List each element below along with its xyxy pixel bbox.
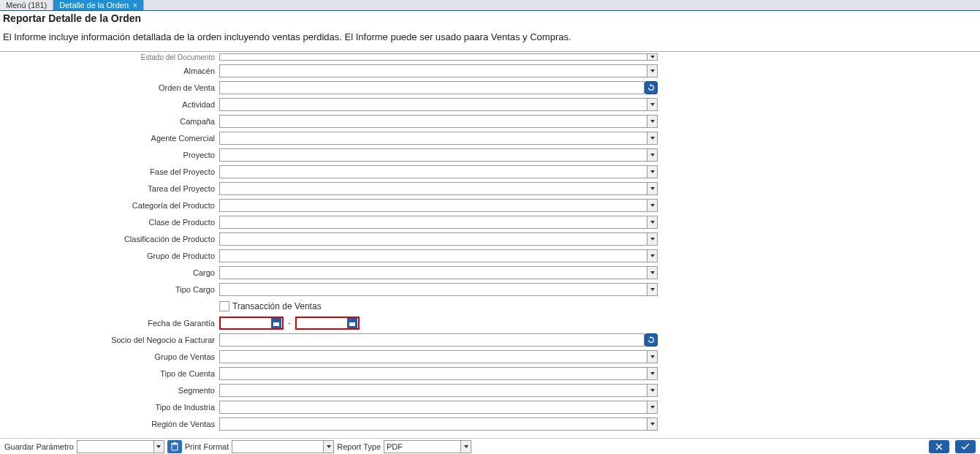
chevron-down-icon — [460, 441, 471, 453]
input-estado-documento[interactable] — [219, 53, 647, 61]
dropdown-agente-comercial[interactable] — [647, 132, 658, 145]
refresh-socio-facturar-button[interactable] — [645, 333, 658, 347]
input-socio-facturar[interactable] — [219, 333, 645, 347]
label-orden-venta: Orden de Venta — [0, 83, 219, 92]
page-header: Reportar Detalle de la Orden — [0, 11, 980, 24]
page-title: Reportar Detalle de la Orden — [3, 12, 977, 24]
input-campana[interactable] — [219, 115, 647, 128]
footer-bar: Guardar Parámetro Print Format Report Ty… — [0, 438, 980, 454]
tab-detalle-orden[interactable]: Detalle de la Orden × — [53, 0, 144, 10]
dropdown-grupo-ventas[interactable] — [647, 350, 658, 363]
close-icon — [935, 442, 943, 451]
input-grupo-ventas[interactable] — [219, 350, 647, 363]
form-scroll-area[interactable]: Estado del Documento Almacén Orden de Ve… — [0, 51, 980, 438]
input-tipo-cargo[interactable] — [219, 283, 647, 296]
tab-detalle-label: Detalle de la Orden — [59, 1, 129, 10]
label-estado-documento: Estado del Documento — [0, 53, 219, 61]
label-categoria-producto: Categoría del Producto — [0, 201, 219, 210]
label-tipo-cuenta: Tipo de Cuenta — [0, 369, 219, 378]
cancel-button[interactable] — [929, 440, 949, 453]
dropdown-actividad[interactable] — [647, 98, 658, 111]
select-report-type[interactable]: PDF — [384, 440, 471, 453]
label-fase-proyecto: Fase del Proyecto — [0, 167, 219, 176]
label-tipo-industria: Tipo de Industria — [0, 403, 219, 412]
label-tipo-cargo: Tipo Cargo — [0, 285, 219, 294]
input-clasificacion-producto[interactable] — [219, 232, 647, 246]
tab-menu-label: Menú (181) — [6, 1, 47, 10]
dropdown-tipo-industria[interactable] — [647, 401, 658, 414]
label-tarea-proyecto: Tarea del Proyecto — [0, 184, 219, 193]
dropdown-categoria-producto[interactable] — [647, 199, 658, 212]
input-actividad[interactable] — [219, 98, 647, 111]
label-agente-comercial: Agente Comercial — [0, 134, 219, 143]
delete-parametro-button[interactable] — [167, 440, 182, 453]
label-grupo-ventas: Grupo de Ventas — [0, 352, 219, 361]
date-range-separator: - — [288, 318, 291, 328]
input-segmento[interactable] — [219, 384, 647, 397]
label-actividad: Actividad — [0, 100, 219, 109]
dropdown-almacen[interactable] — [647, 64, 658, 77]
calendar-icon[interactable] — [347, 318, 357, 328]
label-print-format: Print Format — [185, 442, 229, 451]
tab-bar: Menú (181) Detalle de la Orden × — [0, 0, 980, 11]
dropdown-campana[interactable] — [647, 115, 658, 128]
refresh-icon — [647, 336, 655, 344]
confirm-button[interactable] — [955, 440, 976, 453]
dropdown-tipo-cargo[interactable] — [647, 283, 658, 296]
input-tipo-cuenta[interactable] — [219, 367, 647, 380]
calendar-icon[interactable] — [271, 318, 281, 328]
label-fecha-garantia: Fecha de Garantía — [0, 319, 219, 328]
input-fase-proyecto[interactable] — [219, 165, 647, 178]
label-campana: Campaña — [0, 117, 219, 126]
label-clase-producto: Clase de Producto — [0, 218, 219, 227]
label-segmento: Segmento — [0, 386, 219, 395]
input-orden-venta[interactable] — [219, 81, 645, 94]
select-report-type-value: PDF — [384, 442, 460, 451]
input-fecha-garantia-desde[interactable] — [219, 317, 284, 330]
input-tipo-industria[interactable] — [219, 401, 647, 414]
input-proyecto[interactable] — [219, 148, 647, 162]
input-clase-producto[interactable] — [219, 216, 647, 229]
dropdown-estado-documento[interactable] — [647, 53, 658, 61]
svg-rect-6 — [173, 442, 176, 444]
label-report-type: Report Type — [337, 442, 381, 451]
label-grupo-producto: Grupo de Producto — [0, 251, 219, 260]
trash-icon — [171, 442, 178, 451]
dropdown-fase-proyecto[interactable] — [647, 165, 658, 178]
label-socio-facturar: Socio del Negocio a Facturar — [0, 336, 219, 344]
dropdown-tipo-cuenta[interactable] — [647, 367, 658, 380]
label-clasificacion-producto: Clasificación de Producto — [0, 235, 219, 243]
input-categoria-producto[interactable] — [219, 199, 647, 212]
label-almacen: Almacén — [0, 67, 219, 75]
tab-menu[interactable]: Menú (181) — [0, 0, 53, 10]
dropdown-region-ventas[interactable] — [647, 417, 658, 431]
chevron-down-icon — [323, 441, 333, 453]
input-tarea-proyecto[interactable] — [219, 182, 647, 195]
refresh-orden-venta-button[interactable] — [645, 81, 658, 94]
check-icon — [960, 442, 970, 451]
select-guardar-parametro[interactable] — [77, 440, 164, 453]
select-print-format[interactable] — [232, 440, 334, 453]
svg-rect-4 — [172, 444, 178, 450]
input-fecha-garantia-hasta[interactable] — [295, 317, 360, 330]
dropdown-proyecto[interactable] — [647, 148, 658, 162]
label-proyecto: Proyecto — [0, 151, 219, 159]
dropdown-tarea-proyecto[interactable] — [647, 182, 658, 195]
dropdown-segmento[interactable] — [647, 384, 658, 397]
dropdown-cargo[interactable] — [647, 266, 658, 279]
label-guardar-parametro: Guardar Parámetro — [4, 442, 74, 451]
input-almacen[interactable] — [219, 64, 647, 77]
dropdown-grupo-producto[interactable] — [647, 249, 658, 262]
input-region-ventas[interactable] — [219, 417, 647, 431]
input-grupo-producto[interactable] — [219, 249, 647, 262]
refresh-icon — [647, 84, 655, 91]
report-form: Estado del Documento Almacén Orden de Ve… — [0, 52, 980, 435]
label-region-ventas: Región de Ventas — [0, 420, 219, 428]
dropdown-clasificacion-producto[interactable] — [647, 232, 658, 246]
input-cargo[interactable] — [219, 266, 647, 279]
checkbox-transaccion-ventas[interactable] — [219, 301, 229, 311]
close-icon[interactable]: × — [133, 1, 137, 10]
dropdown-clase-producto[interactable] — [647, 216, 658, 229]
label-cargo: Cargo — [0, 268, 219, 277]
input-agente-comercial[interactable] — [219, 132, 647, 145]
